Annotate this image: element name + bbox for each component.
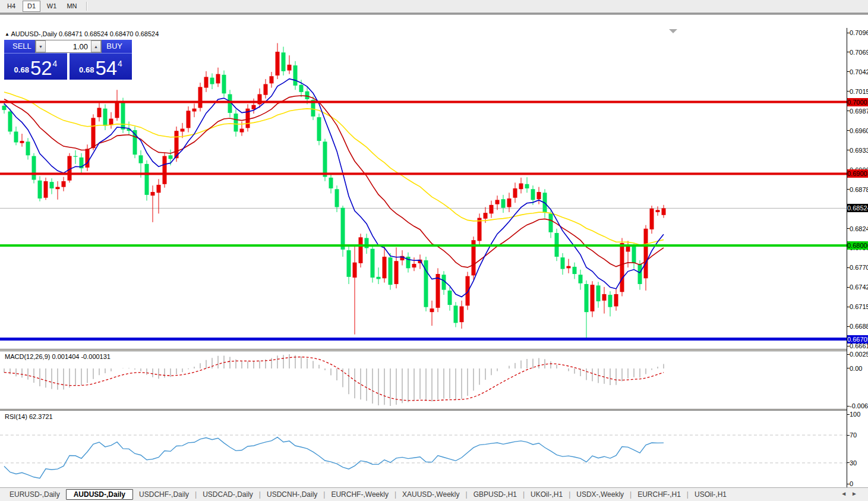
macd-pane-canvas[interactable] bbox=[0, 351, 847, 409]
chevron-up-icon: ▲ bbox=[94, 45, 98, 49]
price-axis-tick-label: 0.67700 bbox=[850, 264, 868, 271]
price-axis[interactable]: 0.709650.706950.704200.701500.698750.696… bbox=[847, 28, 868, 487]
macd-name-label: MACD(12,26,9) bbox=[5, 353, 50, 360]
timeframe-h4-button[interactable]: H4 bbox=[2, 1, 20, 12]
symbol-tab-usdcnh-daily[interactable]: USDCNH-,Daily bbox=[261, 489, 323, 500]
rsi-value-label: 62.3721 bbox=[29, 413, 53, 420]
symbol-tab-eurchf-weekly[interactable]: EURCHF-,Weekly bbox=[325, 489, 394, 500]
volume-increase-button[interactable]: ▲ bbox=[91, 40, 101, 52]
symbol-tab-eurchf-h1[interactable]: EURCHF-,H1 bbox=[632, 489, 687, 500]
price-axis-tick-label: 0.69330 bbox=[850, 147, 868, 154]
symbol-tab-usdcad-daily[interactable]: USDCAD-,Daily bbox=[197, 489, 259, 500]
rsi-axis-tick-label: 70 bbox=[850, 431, 857, 439]
buy-price-prefix: 0.68 bbox=[79, 65, 94, 74]
volume-stepper: ▼ ▲ bbox=[35, 40, 102, 53]
chart-shift-marker-icon[interactable] bbox=[669, 29, 677, 33]
symbol-tab-ukoil-h1[interactable]: UKOil-,H1 bbox=[525, 489, 569, 500]
horizontal-level-line-0.70002[interactable] bbox=[0, 101, 847, 103]
price-axis-tick-label: 0.69875 bbox=[850, 108, 868, 115]
timeframe-w1-button[interactable]: W1 bbox=[43, 1, 61, 12]
rsi-line bbox=[4, 437, 664, 478]
sell-button[interactable]: SELL bbox=[12, 42, 31, 51]
chart-title: ▲ AUDUSD-,Daily 0.68471 0.68524 0.68470 … bbox=[5, 30, 159, 37]
rsi-header: RSI(14) 62.3721 bbox=[5, 413, 53, 420]
current-price-badge: 0.68524 bbox=[847, 204, 868, 212]
timeframe-toolbar: H4 D1 W1 MN bbox=[0, 0, 868, 13]
candles-layer bbox=[2, 43, 666, 339]
symbol-tab-usdchf-daily[interactable]: USDCHF-,Daily bbox=[133, 489, 195, 500]
horizontal-level-line-0.69003[interactable] bbox=[0, 172, 847, 175]
buy-button[interactable]: BUY bbox=[106, 42, 122, 51]
collapse-triangle-icon[interactable]: ▲ bbox=[5, 31, 10, 37]
tab-scroll-left-icon[interactable]: ◄ bbox=[841, 490, 851, 497]
macd-histogram bbox=[4, 354, 664, 406]
sell-price-prefix: 0.68 bbox=[14, 65, 29, 74]
sell-price-point: 4 bbox=[53, 59, 58, 68]
price-axis-tick-label: 0.66880 bbox=[850, 323, 868, 330]
symbol-tab-bar: EURUSD-,DailyAUDUSD-,DailyUSDCHF-,Daily|… bbox=[0, 487, 868, 501]
symbol-tab-gbpusd-h1[interactable]: GBPUSD-,H1 bbox=[468, 489, 523, 500]
ohlc-values: 0.68471 0.68524 0.68470 0.68524 bbox=[59, 30, 159, 37]
price-axis-tick-label: 0.66610 bbox=[850, 342, 868, 349]
macd-axis-tick-label: 0.002574 bbox=[850, 351, 868, 358]
timeframe-mn-button[interactable]: MN bbox=[63, 1, 81, 12]
buy-price-pips: 54 bbox=[95, 58, 117, 78]
macd-axis-tick-label: 0.00 bbox=[850, 365, 862, 372]
rsi-axis-tick-label: 0 bbox=[850, 480, 853, 487]
tab-scroll-arrows: ◄► bbox=[841, 490, 862, 497]
price-axis-tick-label: 0.68785 bbox=[850, 186, 868, 193]
price-axis-tick-label: 0.70150 bbox=[850, 88, 868, 95]
symbol-tab-usdx-weekly[interactable]: USDX-,Weekly bbox=[570, 489, 630, 500]
rsi-name-label: RSI(14) bbox=[5, 413, 27, 420]
timeframe-d1-button[interactable]: D1 bbox=[23, 1, 40, 12]
price-axis-tick-label: 0.67425 bbox=[850, 283, 868, 291]
volume-decrease-button[interactable]: ▼ bbox=[36, 40, 46, 52]
level-price-badge: 0.66705 bbox=[847, 335, 868, 344]
rsi-axis-tick-label: 30 bbox=[850, 459, 857, 467]
buy-price: 0.68 54 4 bbox=[70, 58, 132, 78]
rsi-pane-canvas[interactable] bbox=[0, 411, 847, 487]
trading-terminal: H4 D1 W1 MN ▲ AUDUSD-,Daily 0.68471 0.68… bbox=[0, 0, 868, 501]
price-axis-tick-label: 0.70420 bbox=[850, 68, 868, 75]
symbol-tab-audusd-daily[interactable]: AUDUSD-,Daily bbox=[66, 489, 133, 500]
macd-header: MACD(12,26,9) 0.001404 -0.000131 bbox=[5, 353, 111, 360]
one-click-trading-panel: SELL 0.68 52 4 BUY 0.68 54 4 ▼ ▲ bbox=[4, 40, 132, 80]
chevron-down-icon: ▼ bbox=[39, 45, 43, 49]
level-price-badge: 0.69003 bbox=[847, 169, 868, 178]
level-price-badge: 0.70002 bbox=[847, 98, 868, 106]
macd-axis-tick-label: -0.006326 bbox=[850, 402, 868, 409]
tab-scroll-right-icon[interactable]: ► bbox=[851, 490, 862, 497]
sell-price: 0.68 52 4 bbox=[4, 58, 67, 78]
price-axis-tick-label: 0.67155 bbox=[850, 303, 868, 310]
level-price-badge: 0.68006 bbox=[847, 241, 868, 250]
symbol-tab-usoil-h1[interactable]: USOil-,H1 bbox=[689, 489, 733, 500]
symbol-period-label: AUDUSD-,Daily bbox=[11, 30, 57, 37]
price-axis-tick-label: 0.70965 bbox=[850, 29, 868, 36]
horizontal-level-line-0.68006[interactable] bbox=[0, 244, 847, 247]
rsi-axis-tick-label: 100 bbox=[850, 411, 860, 418]
price-axis-tick-label: 0.68240 bbox=[850, 225, 868, 232]
toolbar-separator bbox=[86, 2, 87, 11]
price-axis-tick-label: 0.69605 bbox=[850, 127, 868, 134]
volume-input[interactable] bbox=[46, 40, 91, 52]
buy-price-point: 4 bbox=[118, 59, 122, 68]
macd-values-label: 0.001404 -0.000131 bbox=[52, 353, 110, 360]
sell-price-pips: 52 bbox=[30, 58, 52, 78]
symbol-tab-eurusd-daily[interactable]: EURUSD-,Daily bbox=[4, 489, 66, 500]
price-axis-tick-label: 0.70695 bbox=[850, 49, 868, 56]
macd-signal-line bbox=[4, 357, 664, 401]
symbol-tab-xauusd-weekly[interactable]: XAUUSD-,Weekly bbox=[396, 489, 465, 500]
horizontal-level-line-0.66705[interactable] bbox=[0, 338, 847, 341]
chart-window: ▲ AUDUSD-,Daily 0.68471 0.68524 0.68470 … bbox=[0, 14, 868, 487]
